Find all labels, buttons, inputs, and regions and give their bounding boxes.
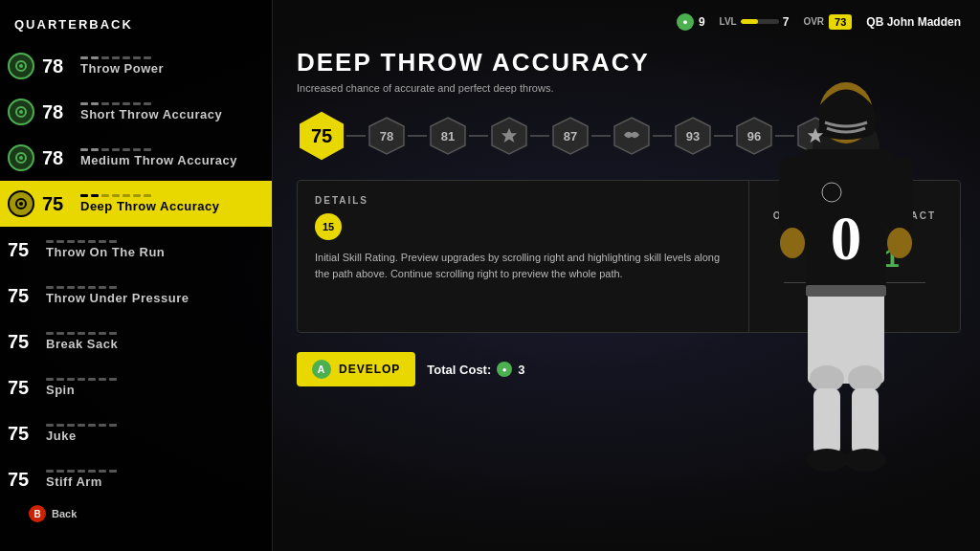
skill-dots (46, 240, 260, 243)
skill-rating: 75 (8, 331, 36, 353)
dot (101, 148, 109, 151)
level-progress-bar (741, 19, 779, 24)
dot (56, 424, 64, 427)
skill-content: Stiff Arm (46, 470, 260, 489)
dot (144, 102, 151, 105)
skill-name: Throw Under Pressure (46, 291, 260, 305)
path-node-0[interactable]: 75 (297, 111, 346, 161)
svg-marker-12 (501, 127, 517, 142)
svg-point-7 (19, 202, 23, 206)
dot (88, 240, 96, 243)
skill-name: Stiff Arm (46, 474, 260, 489)
dot (56, 240, 64, 243)
dot (46, 378, 54, 381)
dot (144, 148, 151, 151)
dot (101, 194, 109, 197)
svg-marker-18 (808, 127, 823, 142)
player-name-header: QB John Madden (866, 15, 961, 29)
dot (88, 424, 96, 427)
dot (109, 240, 117, 243)
dot (91, 148, 99, 151)
skill-rating: 78 (42, 55, 71, 77)
level-progress-fill (741, 19, 758, 24)
number-node-val: 81 (441, 129, 455, 143)
b-button-icon: B (29, 505, 46, 522)
skill-item-deep-throw-accuracy[interactable]: 75 Deep Throw Accuracy (0, 181, 272, 227)
skill-item-juke[interactable]: 75 Juke (0, 410, 272, 456)
dot (112, 102, 120, 105)
dot (144, 56, 151, 59)
details-label: DETAILS (315, 195, 731, 206)
skill-name: Spin (46, 383, 260, 397)
dot (99, 424, 106, 427)
dot (112, 194, 120, 197)
skill-name: Throw On The Run (46, 245, 260, 259)
node-icon-img (807, 126, 824, 146)
total-cost-display: Total Cost: ● 3 (427, 362, 524, 377)
skill-icon (8, 190, 34, 217)
skill-content: Throw Power (80, 56, 260, 76)
path-connector (469, 135, 488, 137)
dot (78, 424, 85, 427)
skill-item-short-throw-accuracy[interactable]: 78 Short Throw Accuracy (0, 89, 272, 135)
path-node-5[interactable] (611, 115, 653, 157)
skill-item-break-sack[interactable]: 75 Break Sack (0, 319, 272, 364)
player-character: 0 (712, 0, 980, 551)
details-left: DETAILS 15 Initial Skill Rating. Preview… (298, 181, 749, 332)
skill-item-throw-on-the-run[interactable]: 75 Throw On The Run (0, 227, 272, 273)
level-value: 7 (783, 15, 790, 29)
path-node-3[interactable] (488, 115, 530, 157)
cost-coin-icon: ● (497, 362, 512, 377)
dot (46, 470, 54, 473)
dot (122, 194, 130, 197)
dot (109, 470, 117, 473)
current-node-val: 75 (311, 125, 332, 147)
path-node-6[interactable]: 93 (672, 115, 714, 157)
skill-dots (46, 378, 260, 381)
skill-item-throw-under-pressure[interactable]: 75 Throw Under Pressure (0, 273, 272, 319)
dot (99, 378, 106, 381)
dot (88, 332, 96, 335)
skill-content: Break Sack (46, 332, 260, 351)
path-node-2[interactable]: 81 (427, 115, 469, 157)
dot (80, 102, 88, 105)
back-button[interactable]: B Back (14, 491, 91, 537)
svg-point-31 (848, 365, 882, 392)
dot (88, 286, 96, 289)
skill-rating: 75 (42, 193, 71, 215)
path-connector (530, 135, 549, 137)
level-label: LVL (720, 16, 737, 27)
skill-item-medium-throw-accuracy[interactable]: 78 Medium Throw Accuracy (0, 135, 272, 181)
path-connector (653, 135, 672, 137)
current-node: 75 (297, 111, 346, 161)
svg-text:0: 0 (831, 204, 862, 273)
dot (133, 194, 141, 197)
skill-item-spin[interactable]: 75 Spin (0, 364, 272, 410)
details-indicator: 15 (315, 213, 342, 240)
dot (109, 286, 117, 289)
dot (78, 240, 85, 243)
svg-point-27 (887, 228, 912, 258)
back-label: Back (52, 508, 77, 519)
skill-name: Deep Throw Accuracy (80, 199, 260, 213)
dot (46, 332, 54, 335)
skill-rating: 78 (42, 101, 71, 123)
svg-rect-33 (852, 388, 879, 455)
svg-point-5 (19, 156, 23, 160)
dot (46, 240, 54, 243)
node-icon-img (623, 126, 640, 146)
dot (109, 424, 117, 427)
skill-item-throw-power[interactable]: 78 Throw Power (0, 43, 272, 89)
svg-rect-29 (806, 285, 886, 297)
skill-dots (80, 56, 260, 59)
path-node-4[interactable]: 87 (549, 115, 591, 157)
develop-button[interactable]: A Develop (297, 352, 415, 386)
skill-content: Juke (46, 424, 260, 443)
dot (133, 56, 141, 59)
number-node: 78 (366, 115, 408, 157)
dot (78, 378, 85, 381)
ovr-label: OVR (803, 16, 824, 27)
skill-rating: 75 (8, 285, 36, 307)
dot (56, 378, 64, 381)
path-node-1[interactable]: 78 (366, 115, 408, 157)
